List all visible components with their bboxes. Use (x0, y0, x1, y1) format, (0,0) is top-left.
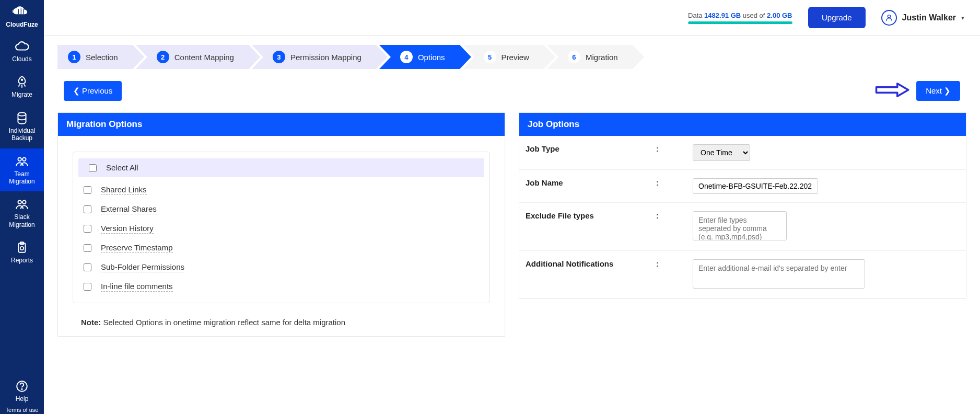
step-label: Options (418, 53, 445, 62)
data-usage: Data 1482.91 GB used of 2.00 GB (688, 12, 792, 24)
chevron-left-icon: ❮ (73, 86, 80, 96)
job-type-select[interactable]: One Time (693, 144, 750, 161)
svg-point-3 (21, 79, 22, 80)
option-label: Version History (101, 224, 154, 234)
sidebar-item-slack-migration[interactable]: Slack Migration (0, 191, 44, 235)
svg-point-4 (18, 112, 26, 116)
additional-notifications-row: Additional Notifications : (519, 251, 966, 298)
sidebar-item-individual-backup[interactable]: Individual Backup (0, 105, 44, 148)
sidebar-item-label: Reports (11, 257, 33, 264)
sidebar-item-clouds[interactable]: Clouds (0, 33, 44, 69)
option-checkbox[interactable] (84, 186, 91, 194)
job-label: Exclude File types (526, 211, 656, 220)
option-checkbox[interactable] (84, 225, 91, 233)
sidebar-item-team-migration[interactable]: Team Migration (0, 148, 44, 192)
job-options-panel: Job Options Job Type : One Time Job Name… (519, 112, 966, 299)
option-label: Shared Links (101, 185, 147, 195)
option-row[interactable]: External Shares (73, 200, 489, 219)
cloudfuze-logo-icon (11, 6, 32, 19)
job-label: Additional Notifications (526, 259, 656, 268)
step-label: Migration (586, 53, 618, 62)
sidebar-item-label: Migrate (11, 91, 32, 98)
svg-point-11 (20, 247, 24, 250)
select-all-row[interactable]: Select All (78, 158, 484, 177)
option-checkbox[interactable] (84, 263, 91, 271)
option-checkbox[interactable] (84, 205, 91, 213)
option-row[interactable]: Version History (73, 219, 489, 238)
option-row[interactable]: Sub-Folder Permissions (73, 258, 489, 277)
option-label: Sub-Folder Permissions (101, 262, 184, 272)
sidebar-item-label: Individual Backup (2, 127, 42, 142)
sidebar-item-label: Team Migration (2, 170, 42, 186)
upgrade-button[interactable]: Upgrade (808, 7, 866, 28)
avatar-icon (881, 10, 897, 26)
user-menu[interactable]: Justin Walker ▾ (881, 10, 964, 26)
options-box: Select All Shared Links External Shares … (73, 152, 490, 303)
data-usage-bar (688, 21, 792, 24)
previous-button[interactable]: ❮ Previous (64, 81, 122, 101)
brand-logo[interactable]: CloudFuze (0, 3, 44, 33)
migration-options-panel: Migration Options Select All Shared Link… (57, 112, 505, 337)
option-row[interactable]: Preserve Timestamp (73, 238, 489, 258)
sidebar-item-label: Clouds (12, 55, 31, 63)
option-checkbox[interactable] (84, 283, 91, 291)
sidebar-item-migrate[interactable]: Migrate (0, 69, 44, 105)
clipboard-icon (15, 241, 29, 255)
database-icon (15, 111, 29, 125)
panel-title: Job Options (519, 113, 966, 136)
svg-point-6 (22, 157, 26, 161)
main-content: 1Selection 2Content Mapping 3Permission … (44, 36, 980, 337)
job-type-row: Job Type : One Time (519, 136, 966, 170)
exclude-file-types-row: Exclude File types : (519, 203, 966, 251)
step-content-mapping[interactable]: 2Content Mapping (136, 45, 249, 69)
option-label: In-line file comments (101, 282, 173, 292)
step-options[interactable]: 4Options (379, 45, 460, 69)
step-selection[interactable]: 1Selection (57, 45, 133, 69)
option-label: External Shares (101, 204, 157, 214)
note-text: Note: Selected Options in onetime migrat… (69, 318, 493, 327)
cloud-icon (15, 40, 29, 53)
topbar: Data 1482.91 GB used of 2.00 GB Upgrade … (44, 0, 980, 36)
panel-title: Migration Options (58, 113, 505, 136)
option-label: Preserve Timestamp (101, 243, 173, 253)
chevron-right-icon: ❯ (944, 86, 951, 96)
option-row[interactable]: Shared Links (73, 180, 489, 200)
svg-point-5 (18, 157, 21, 161)
option-label: Select All (106, 163, 138, 172)
sidebar: CloudFuze Clouds Migrate Individual Back… (0, 0, 44, 337)
next-button[interactable]: Next ❯ (916, 81, 960, 101)
option-checkbox[interactable] (84, 244, 91, 252)
job-name-row: Job Name : (519, 170, 966, 203)
step-migration[interactable]: 6Migration (547, 45, 633, 69)
additional-notifications-input[interactable] (693, 259, 865, 289)
rocket-icon (15, 75, 29, 89)
job-label: Job Name (526, 178, 656, 187)
chevron-down-icon: ▾ (961, 14, 964, 21)
users-icon (15, 198, 29, 211)
stepper: 1Selection 2Content Mapping 3Permission … (57, 45, 966, 69)
annotation-arrow-icon (874, 80, 911, 101)
step-label: Content Mapping (174, 53, 234, 62)
sidebar-item-label: Slack Migration (2, 213, 42, 228)
step-preview[interactable]: 5Preview (463, 45, 544, 69)
option-row[interactable]: In-line file comments (73, 277, 489, 296)
exclude-file-types-input[interactable] (693, 211, 787, 240)
step-permission-mapping[interactable]: 3Permission Mapping (252, 45, 376, 69)
user-name: Justin Walker (902, 13, 956, 22)
sidebar-item-reports[interactable]: Reports (0, 235, 44, 270)
job-label: Job Type (526, 144, 656, 153)
step-label: Preview (501, 53, 529, 62)
svg-point-7 (18, 201, 21, 204)
users-icon (15, 155, 29, 168)
brand-name: CloudFuze (6, 21, 38, 28)
svg-point-8 (22, 201, 26, 204)
step-label: Permission Mapping (290, 53, 361, 62)
job-name-input[interactable] (693, 178, 818, 194)
svg-point-14 (888, 15, 890, 17)
step-label: Selection (86, 53, 118, 62)
data-usage-text: Data 1482.91 GB used of 2.00 GB (688, 12, 792, 19)
nav-row: ❮ Previous Next ❯ (57, 80, 966, 101)
select-all-checkbox[interactable] (89, 164, 97, 172)
